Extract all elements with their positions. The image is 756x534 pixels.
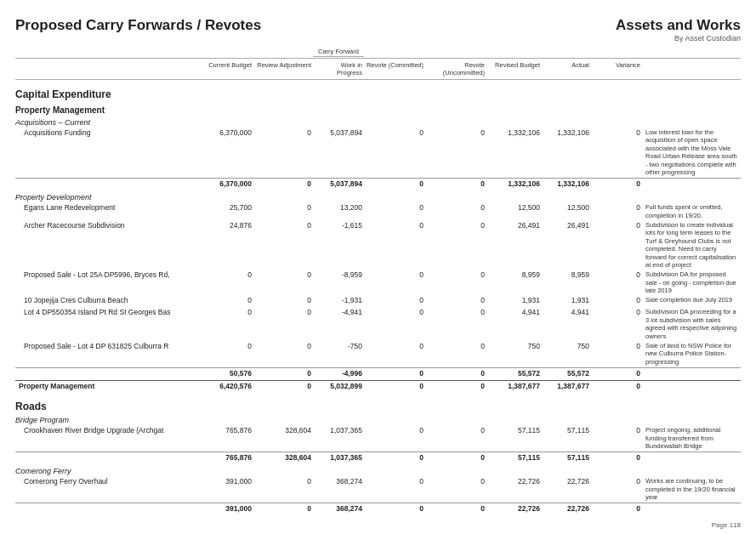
row-review-adjustment: 0	[253, 221, 313, 230]
sub-section-heading: Property Management	[15, 105, 741, 115]
row-work-in-progress: 5,037,894	[313, 128, 364, 138]
row-revote-uncommitted: 0	[425, 296, 486, 305]
row-variance: 0	[591, 426, 642, 435]
row-current-budget: 0	[202, 308, 253, 317]
row-revote-uncommitted: 0	[425, 203, 486, 213]
row-revote-committed: 0	[364, 203, 425, 213]
page-right-title: Assets and Works	[616, 17, 741, 34]
row-revote-committed: 0	[364, 296, 425, 305]
row-current-budget: 391,000	[202, 477, 253, 486]
row-work-in-progress: 368,274	[313, 504, 364, 514]
row-actual: 8,959	[542, 270, 591, 280]
row-revote-uncommitted: 0	[425, 179, 486, 189]
row-revote-committed: 0	[364, 270, 425, 280]
row-actual: 1,332,106	[542, 128, 591, 138]
data-row: Archer Racecourse Subdivision 24,876 0 -…	[15, 220, 741, 270]
row-label: Property Management	[15, 382, 202, 391]
row-label: 10 Jopejija Cres Culburra Beach	[15, 296, 202, 305]
row-current-budget: 0	[202, 270, 253, 280]
row-revote-uncommitted: 0	[425, 270, 486, 280]
row-revised-budget: 8,959	[486, 270, 542, 280]
italic-heading: Bridge Program	[15, 416, 741, 424]
row-revote-committed: 0	[364, 382, 425, 391]
row-label: Archer Racecourse Subdivision	[15, 221, 202, 230]
row-work-in-progress: 1,037,365	[313, 426, 364, 435]
subtotal-row: 6,370,000 0 5,037,894 0 0 1,332,106 1,33…	[15, 178, 741, 190]
row-current-budget: 24,876	[202, 221, 253, 230]
row-work-in-progress: -750	[313, 342, 364, 351]
page-number: Page 118	[15, 521, 741, 529]
row-note: Works are continuing, to be completed in…	[642, 477, 741, 501]
row-actual: 12,500	[542, 203, 591, 213]
row-current-budget: 765,876	[202, 453, 253, 463]
row-revote-committed: 0	[364, 342, 425, 351]
row-note: Project ongoing, additional funding tran…	[642, 426, 741, 450]
row-note: Sale of land to NSW Police for new Culbu…	[642, 342, 741, 366]
row-label: Acquisitions Funding	[15, 128, 202, 138]
row-note: Subdivision DA proceeding for a 3 lot su…	[642, 308, 741, 340]
row-revised-budget: 1,332,106	[486, 128, 542, 138]
row-revote-committed: 0	[364, 308, 425, 317]
row-work-in-progress: -1,615	[313, 221, 364, 230]
row-current-budget: 6,420,576	[202, 382, 253, 391]
row-review-adjustment: 0	[253, 203, 313, 213]
row-work-in-progress: -8,959	[313, 270, 364, 280]
row-revised-budget: 57,115	[486, 453, 542, 463]
row-revised-budget: 55,572	[486, 369, 542, 378]
row-review-adjustment: 0	[253, 270, 313, 280]
row-revote-committed: 0	[364, 504, 425, 514]
page-left-title: Proposed Carry Forwards / Revotes	[15, 17, 261, 34]
col-work-in-progress: Work in Progress	[313, 61, 364, 77]
row-label: Egans Lane Redevelopment	[15, 203, 202, 213]
col-variance: Variance	[591, 61, 642, 77]
section-heading: Capital Expenditure	[15, 88, 741, 100]
row-actual: 1,931	[542, 296, 591, 305]
row-revised-budget: 26,491	[486, 221, 542, 230]
row-review-adjustment: 0	[253, 342, 313, 351]
subtotal-row: 765,876 328,604 1,037,365 0 0 57,115 57,…	[15, 452, 741, 463]
row-revised-budget: 1,332,106	[486, 179, 542, 189]
row-actual: 22,726	[542, 504, 591, 514]
data-row: Comerong Ferry Overhaul 391,000 0 368,27…	[15, 476, 741, 502]
row-current-budget: 25,700	[202, 203, 253, 213]
row-note: Full funds spent or omitted, completion …	[642, 203, 741, 219]
row-review-adjustment: 0	[253, 128, 313, 138]
column-header-area: Carry Forward Current Budget Review Adju…	[15, 48, 741, 80]
row-revote-uncommitted: 0	[425, 453, 486, 463]
col-desc	[15, 61, 202, 77]
row-actual: 750	[542, 342, 591, 351]
row-current-budget: 0	[202, 296, 253, 305]
row-revote-committed: 0	[364, 453, 425, 463]
row-review-adjustment: 328,604	[253, 453, 313, 463]
data-row: Crookhaven River Bridge Upgrade (Archgat…	[15, 425, 741, 451]
row-note: Subdivision DA for proposed sale - on go…	[642, 270, 741, 294]
row-actual: 22,726	[542, 477, 591, 486]
row-revote-committed: 0	[364, 477, 425, 486]
row-actual: 57,115	[542, 453, 591, 463]
row-revote-committed: 0	[364, 426, 425, 435]
col-headers-row: Current Budget Review Adjustment Work in…	[15, 60, 741, 78]
row-revote-uncommitted: 0	[425, 504, 486, 514]
row-review-adjustment: 0	[253, 369, 313, 378]
row-note: Low interest loan for the acquisition of…	[642, 128, 741, 176]
row-current-budget: 6,370,000	[202, 179, 253, 189]
row-revised-budget: 22,726	[486, 477, 542, 486]
row-current-budget: 0	[202, 342, 253, 351]
row-revote-uncommitted: 0	[425, 426, 486, 435]
row-revised-budget: 57,115	[486, 426, 542, 435]
page-header: Proposed Carry Forwards / Revotes Assets…	[15, 17, 741, 43]
row-actual: 4,941	[542, 308, 591, 317]
row-revised-budget: 1,387,677	[486, 382, 542, 391]
row-work-in-progress: -4,941	[313, 308, 364, 317]
page-container: Proposed Carry Forwards / Revotes Assets…	[15, 17, 741, 529]
row-variance: 0	[591, 128, 642, 138]
page-right-subtitle: By Asset Custodian	[616, 34, 741, 43]
row-current-budget: 391,000	[202, 504, 253, 514]
col-notes	[642, 61, 741, 77]
row-revised-budget: 22,726	[486, 504, 542, 514]
row-revote-uncommitted: 0	[425, 477, 486, 486]
row-revote-uncommitted: 0	[425, 369, 486, 378]
row-review-adjustment: 0	[253, 179, 313, 189]
row-revote-uncommitted: 0	[425, 342, 486, 351]
row-review-adjustment: 0	[253, 382, 313, 391]
